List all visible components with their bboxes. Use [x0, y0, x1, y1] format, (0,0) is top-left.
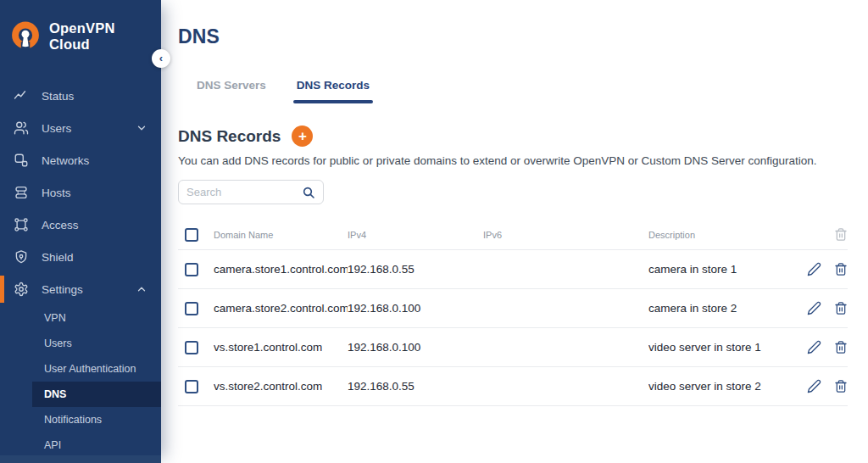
- edit-record-button[interactable]: [807, 379, 821, 393]
- cell-description: video server in store 1: [648, 341, 795, 354]
- column-header-ipv4: IPv4: [348, 230, 483, 240]
- section-description: You can add DNS records for public or pr…: [178, 154, 848, 167]
- openvpn-logo-icon: [10, 21, 41, 52]
- sidebar-nav: Status Users Networks: [0, 80, 161, 458]
- tab-label: DNS Records: [297, 79, 370, 92]
- subitem-users[interactable]: Users: [0, 331, 161, 356]
- cell-ipv4: 192.168.0.55: [348, 380, 483, 393]
- subitem-label: API: [44, 439, 61, 451]
- sidebar-item-label: Networks: [42, 154, 89, 167]
- brand-name: OpenVPN Cloud: [49, 20, 151, 53]
- sidebar-item-label: Settings: [42, 283, 83, 296]
- subitem-notifications[interactable]: Notifications: [0, 407, 161, 432]
- search-icon[interactable]: [302, 186, 315, 199]
- page-title: DNS: [178, 25, 848, 48]
- sidebar-item-users[interactable]: Users: [0, 112, 161, 144]
- edit-record-button[interactable]: [807, 301, 821, 315]
- subitem-label: User Authentication: [44, 363, 136, 375]
- pencil-icon: [807, 301, 821, 315]
- table-row: vs.store1.control.com 192.168.0.100 vide…: [178, 328, 848, 367]
- dns-records-table: Domain Name IPv4 IPv6 Description camera…: [178, 220, 848, 406]
- section-header: DNS Records +: [178, 126, 848, 147]
- sidebar: OpenVPN Cloud ‹ Status Users: [0, 0, 161, 463]
- select-all-checkbox[interactable]: [185, 228, 198, 242]
- sidebar-item-label: Shield: [42, 251, 74, 264]
- table-row: vs.store2.control.com 192.168.0.55 video…: [178, 367, 848, 406]
- subitem-user-authentication[interactable]: User Authentication: [0, 356, 161, 382]
- search-box: [178, 180, 324, 204]
- row-checkbox[interactable]: [185, 302, 198, 315]
- subitem-dns[interactable]: DNS: [0, 382, 161, 407]
- trash-icon: [834, 227, 848, 242]
- pencil-icon: [807, 340, 821, 354]
- cell-domain: vs.store2.control.com: [214, 380, 348, 393]
- delete-record-button[interactable]: [834, 379, 848, 393]
- main-content: DNS DNS Servers DNS Records DNS Records …: [161, 0, 868, 463]
- row-checkbox[interactable]: [185, 263, 198, 276]
- edit-record-button[interactable]: [807, 262, 821, 276]
- pencil-icon: [807, 379, 821, 393]
- chevron-up-icon: [136, 283, 147, 295]
- chevron-down-icon: [136, 122, 147, 134]
- subitem-api[interactable]: API: [0, 432, 161, 458]
- trash-icon: [834, 340, 848, 354]
- sidebar-item-hosts[interactable]: Hosts: [0, 176, 161, 209]
- sidebar-item-networks[interactable]: Networks: [0, 144, 161, 176]
- column-header-domain: Domain Name: [214, 230, 348, 240]
- trash-icon: [834, 301, 848, 315]
- row-checkbox[interactable]: [185, 380, 198, 393]
- tab-label: DNS Servers: [197, 79, 266, 92]
- cell-domain: camera.store1.control.com: [214, 263, 348, 276]
- sidebar-item-status[interactable]: Status: [0, 80, 161, 112]
- subitem-vpn[interactable]: VPN: [0, 305, 161, 331]
- tab-dns-servers[interactable]: DNS Servers: [193, 79, 270, 103]
- sidebar-footer-strip: [0, 455, 161, 463]
- subitem-label: DNS: [44, 388, 66, 400]
- cell-ipv4: 192.168.0.55: [348, 263, 483, 276]
- add-dns-record-button[interactable]: +: [292, 126, 313, 147]
- delete-record-button[interactable]: [834, 340, 848, 354]
- tab-dns-records[interactable]: DNS Records: [293, 79, 373, 103]
- sidebar-item-shield[interactable]: Shield: [0, 241, 161, 273]
- shield-icon: [14, 249, 29, 265]
- cell-description: camera in store 1: [648, 263, 795, 276]
- sidebar-item-settings[interactable]: Settings: [0, 273, 161, 305]
- delete-record-button[interactable]: [834, 262, 848, 276]
- sidebar-item-label: Users: [42, 122, 71, 135]
- cell-ipv4: 192.168.0.100: [348, 341, 483, 354]
- app-window: OpenVPN Cloud ‹ Status Users: [0, 0, 868, 463]
- sidebar-item-access[interactable]: Access: [0, 209, 161, 241]
- sidebar-collapse-button[interactable]: ‹: [152, 49, 170, 68]
- column-header-description: Description: [648, 230, 795, 240]
- cell-description: camera in store 2: [648, 302, 795, 315]
- cell-ipv4: 192.168.0.100: [348, 302, 483, 315]
- edit-record-button[interactable]: [807, 340, 821, 354]
- table-row: camera.store2.control.com 192.168.0.100 …: [178, 289, 848, 328]
- cell-domain: camera.store2.control.com: [214, 302, 348, 315]
- section-title: DNS Records: [178, 127, 281, 146]
- column-header-ipv6: IPv6: [483, 230, 648, 240]
- cell-description: video server in store 2: [648, 380, 795, 393]
- delete-selected-button[interactable]: [834, 227, 848, 242]
- users-icon: [14, 120, 29, 136]
- subitem-label: Users: [44, 337, 72, 349]
- row-checkbox[interactable]: [185, 341, 198, 354]
- delete-record-button[interactable]: [834, 301, 848, 315]
- subitem-label: Notifications: [44, 414, 102, 426]
- brand: OpenVPN Cloud: [0, 0, 161, 64]
- access-icon: [14, 217, 29, 232]
- sidebar-item-label: Access: [42, 219, 79, 232]
- gear-icon: [14, 282, 29, 297]
- networks-icon: [14, 153, 29, 168]
- plus-icon: +: [298, 128, 307, 144]
- cell-domain: vs.store1.control.com: [214, 341, 348, 354]
- table-header-row: Domain Name IPv4 IPv6 Description: [178, 220, 848, 250]
- settings-subnav: VPN Users User Authentication DNS Notifi…: [0, 305, 161, 458]
- trash-icon: [834, 379, 848, 393]
- subitem-label: VPN: [44, 312, 66, 324]
- status-chart-icon: [14, 88, 29, 103]
- tab-bar: DNS Servers DNS Records: [193, 79, 848, 103]
- search-input[interactable]: [186, 186, 302, 198]
- table-row: camera.store1.control.com 192.168.0.55 c…: [178, 250, 848, 289]
- sidebar-item-label: Hosts: [42, 187, 71, 199]
